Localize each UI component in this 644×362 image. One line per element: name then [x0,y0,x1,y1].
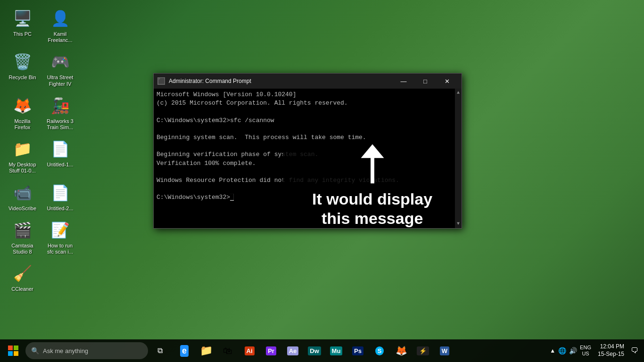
how-to-run-icon: 📝 [49,219,72,241]
taskbar-skype[interactable]: S [369,339,390,362]
taskbar-dark-app[interactable]: ⚡ [412,339,434,362]
desktop: 🖥️ This PC 👤 Kamil Freelanc... 🗑️ Recycl… [0,0,644,362]
desktop-icon-untitled1[interactable]: 📄 Untitled-1... [42,135,78,176]
cmd-line-3 [157,107,455,116]
task-view-button[interactable]: ⧉ [149,339,171,362]
desktop-icon-how-to-run[interactable]: 📝 How to run sfc scan i... [42,216,78,257]
this-pc-icon: 🖥️ [11,7,34,30]
my-desktop-icon: 📁 [11,138,34,160]
volume-icon[interactable]: 🔊 [569,347,577,354]
taskbar-premiere[interactable]: Pr [260,339,282,362]
cmd-maximize-button[interactable]: □ [414,74,436,89]
railworks-icon: 🚂 [49,94,72,117]
desktop-icon-camtasia[interactable]: 🎬 Camtasia Studio 8 [5,216,40,257]
desktop-icon-ultra-street[interactable]: 🎮 Ultra Street Fighter IV [42,48,78,89]
camtasia-icon: 🎬 [11,219,34,241]
untitled1-icon: 📄 [49,138,72,160]
taskbar: 🔍 ⧉ e 📁 🛍 Ai Pr [0,339,644,362]
taskbar-muse[interactable]: Mu [325,339,347,362]
after-effects-icon: Ae [287,346,299,355]
network-icon[interactable]: 🌐 [558,347,566,354]
desktop-icons-container: 🖥️ This PC 👤 Kamil Freelanc... 🗑️ Recycl… [0,0,83,299]
taskbar-search[interactable]: 🔍 [25,342,148,359]
taskbar-date: 15-Sep-15 [598,351,624,358]
language-name: ENG [580,345,591,351]
cmd-line-2: (c) 2015 Microsoft Corporation. All righ… [157,99,455,107]
mozilla-icon: 🦊 [11,94,34,117]
camtasia-label: Camtasia Studio 8 [7,243,38,255]
language-indicator[interactable]: ENG US [580,345,591,357]
edge-icon: e [180,345,189,357]
firefox-taskbar-icon: 🦊 [396,345,407,356]
search-input[interactable] [43,347,142,354]
notification-button[interactable]: 🗨 [631,346,638,355]
illustrator-icon: Ai [245,346,255,355]
desktop-icon-my-desktop[interactable]: 📁 My Desktop Stuff 01-0... [5,135,40,176]
taskbar-clock[interactable]: 12:04 PM 15-Sep-15 [594,343,628,358]
premiere-icon: Pr [266,346,276,355]
word-icon: W [440,346,449,355]
svg-marker-1 [361,144,384,158]
taskbar-store[interactable]: 🛍 [217,339,239,362]
ccleaner-label: CCleaner [11,286,33,292]
scrollbar-up-arrow[interactable]: ▲ [456,89,461,97]
taskbar-dreamweaver[interactable]: Dw [304,339,325,362]
explorer-icon: 📁 [200,345,213,357]
desktop-icon-railworks[interactable]: 🚂 Railworks 3 Train Sim... [42,92,78,133]
language-locale: US [580,351,591,357]
kamil-icon: 👤 [49,7,72,30]
taskbar-word[interactable]: W [434,339,455,362]
muse-icon: Mu [330,346,343,355]
ultra-street-label: Ultra Street Fighter IV [45,74,75,87]
cmd-close-button[interactable]: ✕ [436,74,458,89]
cmd-line-4: C:\Windows\system32>sfc /scannow [157,116,455,125]
dreamweaver-icon: Dw [308,346,321,355]
start-button[interactable] [2,339,25,362]
recycle-bin-label: Recycle Bin [8,74,36,81]
command-prompt-window[interactable]: ⬛ Administrator: Command Prompt — □ ✕ Mi… [153,73,462,229]
taskbar-after-effects[interactable]: Ae [282,339,304,362]
photoshop-icon: Ps [352,346,363,355]
taskbar-firefox[interactable]: 🦊 [390,339,412,362]
annotation-text-line2: this message [322,209,423,228]
svg-rect-3 [14,346,18,350]
cmd-titlebar: ⬛ Administrator: Command Prompt — □ ✕ [154,74,462,89]
my-desktop-label: My Desktop Stuff 01-0... [7,162,38,174]
untitled1-label: Untitled-1... [47,162,73,168]
svg-rect-2 [8,346,13,350]
how-to-run-label: How to run sfc scan i... [45,243,75,255]
cmd-app-icon: ⬛ [157,77,165,85]
annotation-arrow-svg [356,144,389,186]
taskbar-edge[interactable]: e [173,339,195,362]
cmd-window-controls: — □ ✕ [393,74,458,89]
taskbar-illustrator[interactable]: Ai [239,339,260,362]
desktop-icon-untitled2[interactable]: 📄 Untitled-2... [42,179,78,214]
cmd-minimize-button[interactable]: — [393,74,414,89]
desktop-icon-this-pc[interactable]: 🖥️ This PC [5,5,40,46]
annotation-overlay: It would display this message [283,144,462,228]
desktop-icon-kamil[interactable]: 👤 Kamil Freelanc... [42,5,78,46]
windows-logo-icon [8,346,18,356]
railworks-label: Railworks 3 Train Sim... [45,118,75,131]
system-tray-expand-button[interactable]: ▲ [550,347,555,354]
system-tray: ▲ 🌐 🔊 ENG US 12:04 PM 15-Sep-15 🗨 [546,343,642,358]
search-icon: 🔍 [31,347,39,354]
this-pc-label: This PC [13,31,32,37]
taskbar-photoshop[interactable]: Ps [347,339,369,362]
cmd-content-area: Microsoft Windows [Version 10.0.10240] (… [154,89,462,228]
taskbar-explorer[interactable]: 📁 [195,339,217,362]
desktop-icon-mozilla[interactable]: 🦊 Mozilla Firefox [5,92,40,133]
cmd-line-1: Microsoft Windows [Version 10.0.10240] [157,90,455,99]
ccleaner-icon: 🧹 [11,262,34,285]
taskbar-pinned-apps: e 📁 🛍 Ai Pr Ae Dw [172,339,545,362]
desktop-icon-recycle-bin[interactable]: 🗑️ Recycle Bin [5,48,40,89]
desktop-icon-ccleaner[interactable]: 🧹 CCleaner [5,260,40,295]
skype-icon: S [375,346,384,355]
untitled2-label: Untitled-2... [47,206,73,212]
cmd-line-5 [157,125,455,133]
desktop-icon-videoscribe[interactable]: 📹 VideoScribe [5,179,40,214]
scrollbar-down-arrow[interactable]: ▼ [456,220,461,228]
cmd-title-text: Administrator: Command Prompt [169,78,393,84]
ultra-street-icon: 🎮 [49,50,72,73]
cmd-scrollbar[interactable]: ▲ ▼ [455,89,462,228]
